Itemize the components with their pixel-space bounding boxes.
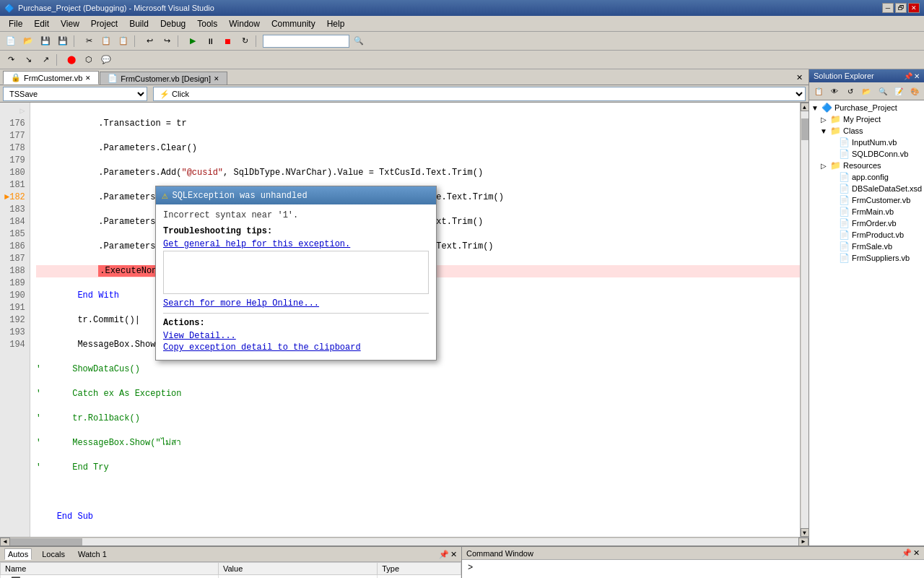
menu-help[interactable]: Help [321,17,351,30]
code-hscrollbar[interactable]: ◄ ► [0,537,808,545]
minimize-button[interactable]: ─ [882,3,894,13]
code-editor[interactable]: ▷ 176 177 178 179 180 181 ►182 183 184 1… [0,103,808,537]
hscroll-thumb[interactable] [10,538,82,545]
menu-view[interactable]: View [55,17,85,30]
tree-frmorder[interactable]: 📄 FrmOrder.vb [811,217,923,229]
tree-inputnum[interactable]: 📄 InputNum.vb [811,137,923,148]
view-detail-link[interactable]: View Detail... [163,331,429,341]
debug-stop-button[interactable]: ⏹ [219,34,235,48]
se-designer-button[interactable]: 🎨 [907,84,923,98]
close-button[interactable]: ✕ [908,3,920,13]
hscroll-right[interactable]: ► [798,538,808,546]
class-dropdown[interactable]: TSSave [3,87,147,101]
tree-frmsale[interactable]: 📄 FrmSale.vb [811,241,923,252]
scroll-track[interactable] [801,111,808,528]
scroll-up-button[interactable]: ▲ [801,103,809,111]
tree-resources[interactable]: ▷ 📁 Resources [811,160,923,171]
step-into-button[interactable]: ↘ [20,53,36,67]
restore-button[interactable]: 🗗 [895,3,907,13]
menu-tools[interactable]: Tools [191,17,223,30]
copy-exception-link[interactable]: Copy exception detail to the clipboard [163,342,429,353]
tab-design-close[interactable]: ✕ [214,75,219,82]
tooltip-button[interactable]: 💬 [98,53,114,67]
debug-pause-button[interactable]: ⏸ [202,34,218,48]
debug-play-button[interactable]: ▶ [185,34,201,48]
hex-button[interactable]: ⬡ [81,53,97,67]
step-out-button[interactable]: ↗ [38,53,53,67]
find-button[interactable]: 🔍 [351,34,367,48]
menu-build[interactable]: Build [123,17,154,30]
se-collapse-button[interactable]: 📂 [859,84,874,98]
class-folder-label: Class [843,126,863,135]
se-pin-button[interactable]: 📌 [904,72,912,80]
scroll-down-button[interactable]: ▼ [801,528,809,537]
tree-dbsale[interactable]: 📄 DBSaleDataSet.xsd [811,183,923,194]
new-project-button[interactable]: 📄 [3,34,19,48]
tab-frmcustomer-vb[interactable]: 🔒 FrmCustomer.vb ✕ [3,71,99,85]
open-button[interactable]: 📂 [20,34,36,48]
undo-button[interactable]: ↩ [141,34,157,48]
menu-window[interactable]: Window [223,17,266,30]
tab-autos[interactable]: Autos [4,548,32,560]
se-view-code-button[interactable]: 📝 [891,84,906,98]
se-filter-button[interactable]: 🔍 [875,84,890,98]
menu-file[interactable]: File [3,17,28,30]
se-properties-button[interactable]: 📋 [811,84,826,98]
command-close-button[interactable]: ✕ [913,548,920,558]
title-bar-left: 🔷 Purchase_Project (Debugging) - Microso… [4,4,214,13]
se-refresh-button[interactable]: ↺ [843,84,858,98]
col-value: Value [218,563,377,575]
scroll-thumb[interactable] [801,118,808,140]
menu-edit[interactable]: Edit [28,17,55,30]
se-show-all-button[interactable]: 👁 [827,84,842,98]
autos-close-button[interactable]: ✕ [450,550,457,559]
save-all-button[interactable]: 💾 [55,34,71,48]
step-over-button[interactable]: ↷ [3,53,19,67]
tree-frmsuppliers[interactable]: 📄 FrmSuppliers.vb [811,252,923,264]
menu-community[interactable]: Community [266,17,321,30]
tree-frmproduct[interactable]: 📄 FrmProduct.vb [811,229,923,241]
separator4 [256,35,260,47]
editor-scrollbar[interactable]: ▲ ▼ [800,103,808,537]
menu-debug[interactable]: Debug [154,17,191,30]
redo-button[interactable]: ↪ [159,34,175,48]
tree-class-folder[interactable]: ▼ 📁 Class [811,125,923,137]
autos-pin-button[interactable]: 📌 [439,550,449,559]
tree-solution[interactable]: ▼ 🔷 Purchase_Project [811,102,923,113]
breakpoint-button[interactable]: ⬤ [64,53,79,67]
tab-locals[interactable]: Locals [39,549,68,559]
menu-project[interactable]: Project [85,17,123,30]
tree-frmcustomer[interactable]: 📄 FrmCustomer.vb [811,194,923,206]
get-help-link[interactable]: Get general help for this exception. [163,239,429,249]
tree-expand-class[interactable]: ▼ [819,127,828,135]
copy-button[interactable]: 📋 [98,34,114,48]
autos-header-buttons: 📌 ✕ [439,550,457,559]
save-button[interactable]: 💾 [38,34,53,48]
tab-design-label: FrmCustomer.vb [Design] [121,74,211,83]
search-input[interactable] [263,35,349,48]
line-178: .Parameters.Add("@cusid", SqlDbType.NVar… [36,167,803,179]
tree-appconfig[interactable]: 📄 app.config [811,171,923,183]
tree-expand-solution[interactable]: ▼ [811,104,819,112]
command-pin-button[interactable]: 📌 [902,548,912,558]
tab-close-button[interactable]: ✕ [85,74,91,82]
separator [74,35,78,47]
search-online-link[interactable]: Search for more Help Online... [163,298,429,309]
tree-myproject[interactable]: ▷ 📁 My Project [811,113,923,125]
se-close-button[interactable]: ✕ [914,72,920,80]
tree-frmmain[interactable]: 📄 FrmMain.vb [811,206,923,217]
hscroll-track[interactable] [10,538,798,545]
tab-frmcustomer-design[interactable]: 📄 FrmCustomer.vb [Design] ✕ [100,72,227,85]
method-dropdown[interactable]: ⚡ Click [153,87,806,101]
cut-button[interactable]: ✂ [81,34,97,48]
autos-table: Name Value Type + 🔲 + TxtCusName [0,562,461,578]
tree-sqldbconn[interactable]: 📄 SQLDBConn.vb [811,148,923,160]
tree-expand-resources[interactable]: ▷ [819,162,828,170]
hscroll-left[interactable]: ◄ [0,538,10,546]
debug-restart-button[interactable]: ↻ [237,34,253,48]
tree-expand-myproject[interactable]: ▷ [819,116,828,124]
tab-watch1[interactable]: Watch 1 [75,549,110,559]
command-prompt[interactable]: > [468,563,473,573]
paste-button[interactable]: 📋 [116,34,131,48]
editor-close-button[interactable]: ✕ [791,70,807,85]
